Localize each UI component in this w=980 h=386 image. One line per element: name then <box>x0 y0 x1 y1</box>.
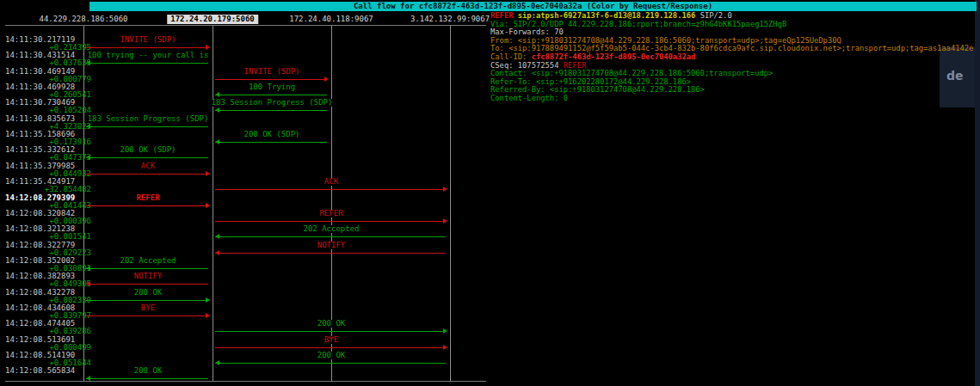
arrowhead-icon <box>206 297 210 303</box>
arrowhead-icon <box>206 313 210 318</box>
column-line-1 <box>213 26 213 381</box>
message-arrow[interactable] <box>215 79 327 80</box>
message-label[interactable]: 200 OK <box>315 352 348 359</box>
message-delta: +32.854482 <box>0 186 91 193</box>
message-arrow[interactable] <box>86 268 208 269</box>
sip-header-segment: sip:atpsh-6927a13f-6-d13@18.219.128.166 <box>518 12 696 20</box>
message-detail-panel: REFER sip:atpsh-6927a13f-6-d13@18.219.12… <box>490 12 977 103</box>
column-header-1: 172.24.20.179:5060 <box>167 15 258 24</box>
sip-header-line-0: REFER sip:atpsh-6927a13f-6-d13@18.219.12… <box>490 12 977 21</box>
sip-header-segment: REFER <box>564 62 586 70</box>
message-arrow[interactable] <box>215 363 446 364</box>
arrowhead-icon <box>443 187 447 192</box>
message-arrow[interactable] <box>215 189 446 190</box>
arrowhead-icon <box>86 281 90 286</box>
message-label[interactable]: BYE <box>322 336 341 344</box>
message-delta: +0.039286 <box>0 328 91 335</box>
sip-header-segment: To: <sip:917889491152@f5f59ab5-044c-3cb4… <box>490 45 973 52</box>
arrowhead-icon <box>86 376 90 381</box>
message-label[interactable]: REFER <box>317 210 345 218</box>
sip-header-segment: Via: SIP/2.0/UDP 44.229.228.186;rport;br… <box>490 21 786 28</box>
message-label[interactable]: INVITE (SDP) <box>117 36 178 44</box>
arrowhead-icon <box>324 77 329 82</box>
message-label[interactable]: 200 OK (SDP) <box>117 146 178 154</box>
message-arrow[interactable] <box>86 284 208 285</box>
message-label[interactable]: NOTIFY <box>132 273 165 280</box>
message-delta: +0.049305 <box>0 280 91 288</box>
sip-header-line-6: CSeq: 107572554 REFER <box>490 62 977 70</box>
message-label[interactable]: 183 Session Progress (SDP) <box>85 115 212 123</box>
sngrep-call-flow-window: de Call flow for cfc8872f-463d-123f-d895… <box>0 0 980 386</box>
sip-header-segment: REFER <box>490 12 518 20</box>
message-label[interactable]: 202 Accepted <box>117 257 178 265</box>
message-label[interactable]: ACK <box>139 162 157 170</box>
flow-bottom-line <box>5 381 486 382</box>
arrowhead-icon <box>443 345 447 350</box>
flow-header-line <box>5 25 486 26</box>
sip-header-line-9: Referred-By: <sip:+918031274708@44.229.2… <box>490 86 977 95</box>
arrowhead-icon <box>86 124 90 129</box>
message-arrow[interactable] <box>86 174 208 175</box>
sip-header-segment: Max-Forwards: 70 <box>490 28 564 36</box>
column-line-3 <box>450 26 451 381</box>
message-arrow[interactable] <box>86 378 208 379</box>
sip-header-segment: Refer-To: <sip:+916202280172@44.229.228.… <box>490 78 691 86</box>
message-label[interactable]: 100 trying -- your call is <box>85 52 212 59</box>
message-arrow[interactable] <box>86 47 208 48</box>
arrowhead-icon <box>215 250 219 255</box>
column-header-0: 44.229.228.186:5060 <box>36 15 132 24</box>
column-header-3: 3.142.132.99:9067 <box>407 15 493 24</box>
message-label[interactable]: INVITE (SDP) <box>241 68 302 76</box>
message-arrow[interactable] <box>86 205 208 206</box>
sip-header-line-4: To: <sip:917889491152@f5f59ab5-044c-3cb4… <box>490 45 977 53</box>
arrowhead-icon <box>86 60 90 65</box>
sip-header-line-5: Call-ID: cfc8872f-463d-123f-d895-0ec7040… <box>490 53 977 62</box>
message-arrow[interactable] <box>215 110 327 111</box>
arrowhead-icon <box>443 218 447 224</box>
sip-header-segment: Call-ID: <box>490 53 532 61</box>
message-arrow[interactable] <box>86 300 208 301</box>
arrowhead-icon <box>206 203 210 208</box>
message-delta: +0.037635 <box>0 59 91 67</box>
message-arrow[interactable] <box>215 95 327 95</box>
sip-header-segment: Content-Length: 0 <box>490 95 568 102</box>
message-arrow[interactable] <box>86 157 208 158</box>
sip-header-line-8: Refer-To: <sip:+916202280172@44.229.228.… <box>490 78 977 87</box>
message-arrow[interactable] <box>86 126 208 127</box>
message-label[interactable]: NOTIFY <box>315 242 348 249</box>
arrowhead-icon <box>206 171 210 176</box>
message-label[interactable]: 100 Trying <box>246 83 298 91</box>
sip-header-line-3: From: <sip:+918031274708@44.229.228.186:… <box>490 37 977 46</box>
arrowhead-icon <box>215 92 219 97</box>
message-label[interactable]: 200 OK <box>315 320 348 328</box>
message-label[interactable]: 200 OK <box>132 289 165 297</box>
sip-header-segment: Referred-By: <sip:+918031274708@44.229.2… <box>490 86 705 94</box>
message-label[interactable]: BYE <box>139 304 157 312</box>
message-arrow[interactable] <box>215 142 327 143</box>
message-arrow[interactable] <box>215 221 446 222</box>
arrowhead-icon <box>215 139 219 144</box>
message-label[interactable]: 200 OK <box>132 367 165 375</box>
sip-header-line-10: Content-Length: 0 <box>490 95 977 103</box>
arrowhead-icon <box>86 266 90 271</box>
message-arrow[interactable] <box>215 347 446 348</box>
sip-header-line-7: Contact: <sip:+918031274708@44.229.228.1… <box>490 70 977 78</box>
message-arrow[interactable] <box>215 331 446 332</box>
message-time[interactable]: 14:12:08.565834 <box>5 367 75 375</box>
sip-header-line-1: Via: SIP/2.0/UDP 44.229.228.186;rport;br… <box>490 21 977 29</box>
column-header-2: 172.24.40.118:9067 <box>286 15 377 24</box>
message-arrow[interactable] <box>86 63 208 64</box>
message-label[interactable]: 200 OK (SDP) <box>241 131 302 138</box>
message-label[interactable]: 202 Accepted <box>300 225 361 233</box>
message-arrow[interactable] <box>86 316 208 316</box>
sip-header-segment: cfc8872f-463d-123f-d895-0ec7040a32ad <box>532 53 696 61</box>
message-label[interactable]: ACK <box>322 178 341 186</box>
message-label[interactable]: REFER <box>133 194 162 202</box>
message-label[interactable]: 183 Session Progress (SDP) <box>209 99 336 107</box>
message-arrow[interactable] <box>215 253 446 254</box>
sip-header-segment: Contact: <sip:+918031274708@44.229.228.1… <box>490 70 773 77</box>
message-arrow[interactable] <box>215 236 446 237</box>
sip-header-line-2: Max-Forwards: 70 <box>490 28 977 37</box>
arrowhead-icon <box>443 328 447 334</box>
sip-header-segment: SIP/2.0 <box>695 12 731 20</box>
